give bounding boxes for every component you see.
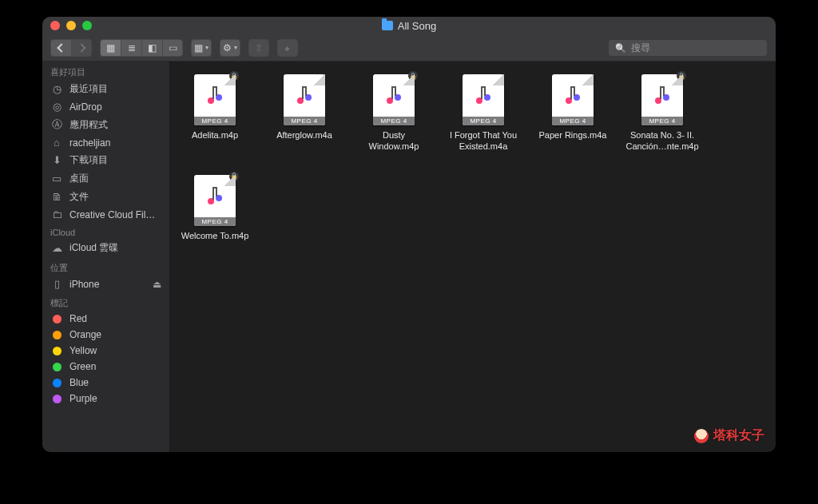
- sidebar-item-label: racheljian: [69, 137, 110, 149]
- sidebar-item-label: 最近項目: [69, 82, 108, 96]
- music-icon: [373, 84, 415, 106]
- window-title-label: All Song: [398, 20, 436, 32]
- window-title: All Song: [42, 20, 776, 32]
- sidebar-item-label: Creative Cloud Fil…: [69, 209, 155, 220]
- sidebar-item-desktop[interactable]: ▭桌面: [42, 169, 169, 188]
- view-list-button[interactable]: ≣: [121, 39, 141, 57]
- arrange-button[interactable]: ▦: [191, 39, 212, 57]
- download-icon: ⬇: [50, 154, 63, 166]
- music-icon: [194, 185, 236, 207]
- sidebar-tag-red[interactable]: Red: [42, 311, 169, 327]
- tag-dot-icon: [50, 395, 63, 403]
- sidebar-section-favorites: 喜好項目: [42, 62, 169, 80]
- sidebar-item-label: iPhone: [69, 279, 99, 290]
- sidebar-item-airdrop[interactable]: ◎AirDrop: [42, 98, 169, 115]
- sidebar-section-tags: 標記: [42, 292, 169, 311]
- file-item[interactable]: MPEG 4🔒Welcome To.m4p: [178, 175, 252, 242]
- sidebar-item-iphone[interactable]: ▯ iPhone ⏏: [42, 276, 169, 292]
- sidebar-item-icloud-drive[interactable]: ☁iCloud 雲碟: [42, 239, 169, 257]
- share-icon: [255, 42, 263, 54]
- file-thumb: MPEG 4: [552, 74, 594, 125]
- content-area[interactable]: MPEG 4🔒Adelita.m4pMPEG 4Afterglow.m4aMPE…: [170, 62, 776, 452]
- file-item[interactable]: MPEG 4Afterglow.m4a: [268, 74, 341, 153]
- sidebar-item-documents[interactable]: 🗎文件: [42, 188, 169, 206]
- tag-dot-icon: [50, 363, 63, 371]
- sidebar-item-label: 應用程式: [69, 118, 108, 132]
- tag-dot-icon: [50, 379, 63, 387]
- tag-icon: [285, 42, 289, 54]
- view-gallery-button[interactable]: ▭: [162, 39, 183, 57]
- sidebar-tag-green[interactable]: Green: [42, 359, 169, 375]
- file-thumb: MPEG 4🔒: [194, 74, 236, 125]
- file-thumb: MPEG 4: [284, 74, 325, 125]
- sidebar-item-downloads[interactable]: ⬇下載項目: [42, 151, 169, 169]
- search-input[interactable]: [631, 42, 760, 54]
- view-switcher: ▦ ≣ ◧ ▭: [100, 39, 183, 57]
- back-button[interactable]: [50, 39, 71, 57]
- chevron-left-icon: [58, 42, 65, 54]
- sidebar-item-label: Green: [69, 361, 96, 372]
- desktop-icon: ▭: [50, 173, 63, 185]
- sidebar-section-locations: 位置: [42, 257, 169, 276]
- music-icon: [284, 84, 325, 106]
- sidebar-item-label: 文件: [69, 190, 89, 204]
- view-columns-button[interactable]: ◧: [141, 39, 162, 57]
- watermark-icon: [694, 429, 709, 443]
- apps-icon: Ⓐ: [50, 117, 63, 132]
- close-icon[interactable]: [50, 21, 60, 30]
- tag-dot-icon: [50, 315, 63, 323]
- sidebar-tag-purple[interactable]: Purple: [42, 391, 169, 407]
- zoom-icon[interactable]: [82, 21, 92, 30]
- sidebar: 喜好項目 ◷最近項目 ◎AirDrop Ⓐ應用程式 ⌂racheljian ⬇下…: [42, 62, 170, 452]
- minimize-icon[interactable]: [66, 21, 76, 30]
- sidebar-tag-orange[interactable]: Orange: [42, 327, 169, 343]
- file-badge: MPEG 4: [463, 117, 504, 125]
- file-grid: MPEG 4🔒Adelita.m4pMPEG 4Afterglow.m4aMPE…: [170, 62, 776, 254]
- action-button[interactable]: [220, 39, 240, 57]
- folder-icon: [382, 21, 393, 30]
- file-name: Afterglow.m4a: [276, 130, 332, 141]
- sidebar-tag-blue[interactable]: Blue: [42, 375, 169, 391]
- file-badge: MPEG 4: [641, 117, 683, 125]
- file-item[interactable]: MPEG 4🔒Dusty Window.m4p: [357, 74, 431, 153]
- file-badge: MPEG 4: [552, 117, 594, 125]
- sidebar-item-recents[interactable]: ◷最近項目: [42, 80, 169, 98]
- phone-icon: ▯: [50, 278, 63, 290]
- view-icons-button[interactable]: ▦: [100, 39, 121, 57]
- sidebar-item-apps[interactable]: Ⓐ應用程式: [42, 115, 169, 134]
- file-name: Sonata No. 3- II. Canción…nte.m4p: [625, 130, 699, 153]
- file-badge: MPEG 4: [194, 217, 236, 226]
- file-thumb: MPEG 4🔒: [641, 74, 683, 125]
- sidebar-item-label: Red: [69, 313, 87, 324]
- file-item[interactable]: MPEG 4Paper Rings.m4a: [536, 74, 610, 153]
- tag-dot-icon: [50, 331, 63, 339]
- file-name: Dusty Window.m4p: [357, 130, 431, 153]
- forward-button[interactable]: [71, 39, 92, 57]
- sidebar-item-home[interactable]: ⌂racheljian: [42, 134, 169, 151]
- sidebar-tag-yellow[interactable]: Yellow: [42, 343, 169, 359]
- file-badge: MPEG 4: [284, 117, 325, 125]
- nav-group: [50, 39, 92, 57]
- share-button[interactable]: [248, 39, 269, 57]
- sidebar-section-icloud: iCloud: [42, 223, 169, 239]
- tag-dot-icon: [50, 347, 63, 355]
- home-icon: ⌂: [50, 137, 63, 149]
- sidebar-item-label: Blue: [69, 377, 89, 388]
- tags-button[interactable]: [277, 39, 298, 57]
- gear-icon: [223, 42, 232, 54]
- file-item[interactable]: MPEG 4I Forgot That You Existed.m4a: [447, 74, 520, 153]
- sidebar-item-label: Orange: [69, 329, 101, 340]
- cloud-icon: ☁: [50, 242, 63, 254]
- sidebar-item-ccloud[interactable]: 🗀Creative Cloud Fil…: [42, 206, 169, 223]
- file-name: Welcome To.m4p: [181, 231, 249, 242]
- file-badge: MPEG 4: [194, 117, 236, 125]
- folder-icon: 🗀: [50, 208, 63, 220]
- file-thumb: MPEG 4🔒: [194, 175, 236, 226]
- music-icon: [641, 84, 683, 106]
- file-item[interactable]: MPEG 4🔒Adelita.m4p: [178, 74, 252, 153]
- lock-icon: 🔒: [229, 71, 239, 81]
- eject-icon[interactable]: ⏏: [153, 279, 161, 290]
- file-item[interactable]: MPEG 4🔒Sonata No. 3- II. Canción…nte.m4p: [625, 74, 699, 153]
- sidebar-item-label: 下載項目: [69, 153, 108, 167]
- search-field[interactable]: [608, 39, 768, 57]
